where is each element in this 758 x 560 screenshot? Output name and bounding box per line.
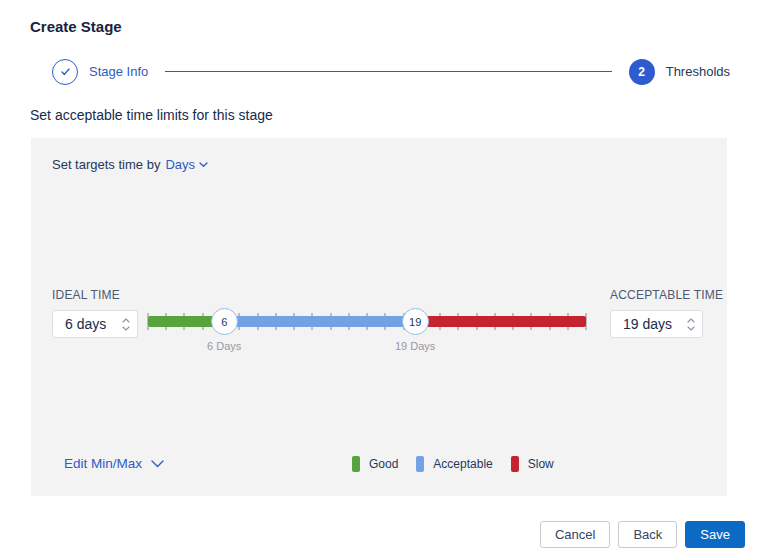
thresholds-panel: Set targets time by Days IDEAL TIME 6 da… xyxy=(31,138,727,496)
legend-item: Acceptable xyxy=(416,456,492,472)
back-button[interactable]: Back xyxy=(618,521,677,548)
time-unit-value: Days xyxy=(165,157,195,172)
cancel-button[interactable]: Cancel xyxy=(540,521,610,548)
step-number-badge: 2 xyxy=(629,59,655,85)
acceptable-time-label: ACCEPTABLE TIME xyxy=(610,288,703,302)
step-thresholds-label: Thresholds xyxy=(666,64,730,79)
edit-minmax-toggle[interactable]: Edit Min/Max xyxy=(64,456,164,471)
slider-segment-slow xyxy=(415,316,586,327)
step-thresholds[interactable]: 2 Thresholds xyxy=(629,59,730,85)
edit-minmax-label: Edit Min/Max xyxy=(64,456,142,471)
acceptable-time-value: 19 days xyxy=(623,316,672,332)
legend-swatch xyxy=(511,456,519,472)
chevron-down-icon xyxy=(151,460,164,468)
step-stage-info[interactable]: Stage Info xyxy=(52,59,148,85)
target-time-prefix: Set targets time by xyxy=(52,157,160,172)
stepper-down-icon xyxy=(122,326,130,331)
ideal-time-input[interactable]: 6 days xyxy=(52,310,138,338)
acceptable-time-field: ACCEPTABLE TIME 19 days xyxy=(610,288,703,338)
chevron-down-icon xyxy=(199,162,208,168)
legend-swatch xyxy=(352,456,360,472)
legend-swatch xyxy=(416,456,424,472)
stepper-up-icon xyxy=(687,318,695,323)
legend-item: Slow xyxy=(511,456,554,472)
acceptable-time-stepper[interactable] xyxy=(687,318,695,331)
ideal-time-field: IDEAL TIME 6 days xyxy=(52,288,138,338)
slider-min-value: 6 xyxy=(221,316,227,328)
legend-label: Slow xyxy=(528,457,554,471)
legend-label: Good xyxy=(369,457,398,471)
time-threshold-slider: 6 6 Days 19 19 Days xyxy=(148,308,586,335)
dialog-footer: Cancel Back Save xyxy=(540,521,745,548)
stepper-connector-line xyxy=(165,71,611,72)
slider-min-label: 6 Days xyxy=(207,340,241,352)
slider-legend: GoodAcceptableSlow xyxy=(352,456,554,472)
slider-min-handle[interactable]: 6 6 Days xyxy=(211,308,238,335)
ideal-time-label: IDEAL TIME xyxy=(52,288,138,302)
slider-segment-acceptable xyxy=(224,316,415,327)
stepper-up-icon xyxy=(122,318,130,323)
stepper-down-icon xyxy=(687,326,695,331)
ideal-time-stepper[interactable] xyxy=(122,318,130,331)
page-title: Create Stage xyxy=(30,18,122,35)
time-unit-dropdown[interactable]: Days xyxy=(165,157,208,172)
slider-max-value: 19 xyxy=(409,316,421,328)
slider-max-handle[interactable]: 19 19 Days xyxy=(402,308,429,335)
create-stage-dialog: Create Stage Stage Info 2 Thresholds Set… xyxy=(0,0,758,560)
slider-max-label: 19 Days xyxy=(395,340,435,352)
ideal-time-value: 6 days xyxy=(65,316,106,332)
stepper: Stage Info 2 Thresholds xyxy=(52,58,730,85)
save-button[interactable]: Save xyxy=(685,521,745,548)
acceptable-time-input[interactable]: 19 days xyxy=(610,310,703,338)
target-time-row: Set targets time by Days xyxy=(52,157,208,172)
step-stage-info-label: Stage Info xyxy=(89,64,148,79)
panel-subtitle: Set acceptable time limits for this stag… xyxy=(30,107,273,123)
legend-label: Acceptable xyxy=(433,457,492,471)
step-complete-check-icon xyxy=(52,59,78,85)
legend-item: Good xyxy=(352,456,398,472)
